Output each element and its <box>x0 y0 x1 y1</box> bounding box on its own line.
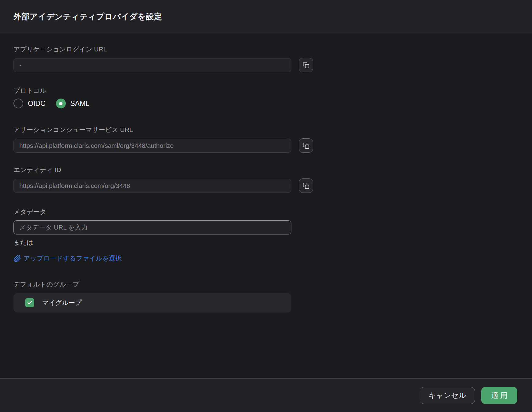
field-app-login-url: アプリケーションログイン URL <box>13 46 519 72</box>
field-default-group: デフォルトのグループ マイグループ <box>13 281 519 313</box>
dialog-title: 外部アイデンティティプロバイダを設定 <box>13 11 162 22</box>
dialog-header: 外部アイデンティティプロバイダを設定 <box>0 0 532 33</box>
apply-button[interactable]: 適用 <box>481 387 517 404</box>
radio-oidc[interactable]: OIDC <box>13 99 46 108</box>
external-idp-dialog: 外部アイデンティティプロバイダを設定 アプリケーションログイン URL <box>0 0 532 412</box>
field-entity-id: エンティティ ID <box>13 166 519 193</box>
copy-icon <box>303 142 309 149</box>
checkbox-checked-icon[interactable] <box>25 298 34 307</box>
cancel-button[interactable]: キャンセル <box>420 387 475 404</box>
radio-saml-dot <box>59 102 62 105</box>
protocol-label: プロトコル <box>13 87 519 94</box>
field-acs-url: アサーションコンシューマサービス URL <box>13 126 519 153</box>
app-login-url-row <box>13 58 519 72</box>
entity-id-input[interactable] <box>13 179 291 193</box>
radio-oidc-circle <box>13 99 23 108</box>
paperclip-icon <box>13 255 21 262</box>
acs-url-row <box>13 138 519 153</box>
app-login-url-input[interactable] <box>13 58 291 72</box>
group-row-my-group[interactable]: マイグループ <box>13 293 291 313</box>
dialog-body: アプリケーションログイン URL プロトコル <box>0 33 532 412</box>
entity-id-row <box>13 178 519 193</box>
upload-file-link[interactable]: アップロードするファイルを選択 <box>13 254 122 263</box>
radio-oidc-label: OIDC <box>28 99 46 108</box>
copy-icon <box>303 182 309 189</box>
radio-saml[interactable]: SAML <box>56 99 90 108</box>
protocol-radio-group: OIDC SAML <box>13 99 519 108</box>
copy-app-login-url-button[interactable] <box>299 58 313 72</box>
app-login-url-label: アプリケーションログイン URL <box>13 46 519 53</box>
metadata-label: メタデータ <box>13 208 519 215</box>
acs-url-label: アサーションコンシューマサービス URL <box>13 126 519 133</box>
upload-file-link-label: アップロードするファイルを選択 <box>24 254 122 263</box>
dialog-footer: キャンセル 適用 <box>0 378 532 412</box>
acs-url-input[interactable] <box>13 139 291 153</box>
field-metadata: メタデータ または アップロードするファイルを選択 <box>13 208 519 264</box>
field-protocol: プロトコル OIDC SAML <box>13 87 519 108</box>
copy-icon <box>303 62 309 69</box>
default-group-label: デフォルトのグループ <box>13 281 519 288</box>
copy-acs-url-button[interactable] <box>299 138 313 153</box>
or-text: または <box>13 239 519 246</box>
radio-saml-label: SAML <box>70 99 90 108</box>
group-name: マイグループ <box>42 298 81 307</box>
radio-saml-circle <box>56 99 66 108</box>
metadata-url-input[interactable] <box>13 220 291 234</box>
copy-entity-id-button[interactable] <box>299 178 313 193</box>
entity-id-label: エンティティ ID <box>13 166 519 174</box>
